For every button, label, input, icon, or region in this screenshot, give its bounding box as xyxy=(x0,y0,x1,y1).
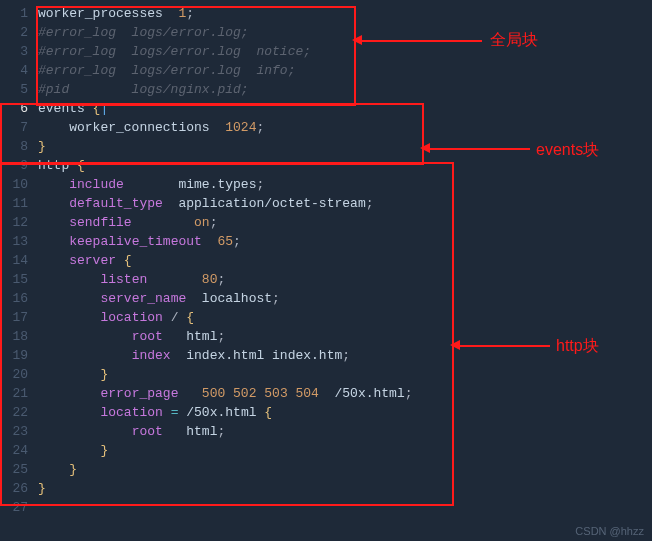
code-line[interactable]: 21 error_page 500 502 503 504 /50x.html; xyxy=(0,384,652,403)
line-number: 12 xyxy=(0,215,38,230)
code-line[interactable]: 26} xyxy=(0,479,652,498)
line-content: root html; xyxy=(38,424,225,439)
line-content: http { xyxy=(38,158,85,173)
line-number: 1 xyxy=(0,6,38,21)
line-number: 21 xyxy=(0,386,38,401)
line-number: 13 xyxy=(0,234,38,249)
code-line[interactable]: 20 } xyxy=(0,365,652,384)
line-number: 24 xyxy=(0,443,38,458)
line-number: 15 xyxy=(0,272,38,287)
line-number: 25 xyxy=(0,462,38,477)
code-line[interactable]: 5#pid logs/nginx.pid; xyxy=(0,80,652,99)
line-content: } xyxy=(38,443,108,458)
line-content: } xyxy=(38,139,46,154)
line-number: 18 xyxy=(0,329,38,344)
line-number: 11 xyxy=(0,196,38,211)
line-content: sendfile on; xyxy=(38,215,217,230)
code-line[interactable]: 27 xyxy=(0,498,652,517)
line-number: 5 xyxy=(0,82,38,97)
code-line[interactable]: 19 index index.html index.htm; xyxy=(0,346,652,365)
line-content: server { xyxy=(38,253,132,268)
code-line[interactable]: 3#error_log logs/error.log notice; xyxy=(0,42,652,61)
line-content: listen 80; xyxy=(38,272,225,287)
line-number: 16 xyxy=(0,291,38,306)
code-line[interactable]: 7 worker_connections 1024; xyxy=(0,118,652,137)
code-line[interactable]: 4#error_log logs/error.log info; xyxy=(0,61,652,80)
line-number: 7 xyxy=(0,120,38,135)
line-number: 2 xyxy=(0,25,38,40)
line-content: worker_processes 1; xyxy=(38,6,194,21)
code-line[interactable]: 17 location / { xyxy=(0,308,652,327)
code-line[interactable]: 16 server_name localhost; xyxy=(0,289,652,308)
code-line[interactable]: 13 keepalive_timeout 65; xyxy=(0,232,652,251)
line-content: error_page 500 502 503 504 /50x.html; xyxy=(38,386,413,401)
line-number: 3 xyxy=(0,44,38,59)
line-number: 8 xyxy=(0,139,38,154)
line-content: location / { xyxy=(38,310,194,325)
line-content: include mime.types; xyxy=(38,177,264,192)
line-number: 27 xyxy=(0,500,38,515)
code-line[interactable]: 22 location = /50x.html { xyxy=(0,403,652,422)
line-content: #error_log logs/error.log notice; xyxy=(38,44,311,59)
watermark: CSDN @hhzz xyxy=(575,525,644,537)
line-content: events {| xyxy=(38,101,108,116)
code-line[interactable]: 10 include mime.types; xyxy=(0,175,652,194)
line-number: 10 xyxy=(0,177,38,192)
line-number: 22 xyxy=(0,405,38,420)
line-content: worker_connections 1024; xyxy=(38,120,264,135)
code-line[interactable]: 1worker_processes 1; xyxy=(0,4,652,23)
line-content: root html; xyxy=(38,329,225,344)
code-line[interactable]: 2#error_log logs/error.log; xyxy=(0,23,652,42)
line-content: #error_log logs/error.log; xyxy=(38,25,249,40)
line-number: 14 xyxy=(0,253,38,268)
line-content: #error_log logs/error.log info; xyxy=(38,63,295,78)
line-number: 23 xyxy=(0,424,38,439)
code-editor[interactable]: 1worker_processes 1;2#error_log logs/err… xyxy=(0,0,652,541)
line-content: } xyxy=(38,481,46,496)
code-line[interactable]: 12 sendfile on; xyxy=(0,213,652,232)
line-number: 19 xyxy=(0,348,38,363)
code-line[interactable]: 14 server { xyxy=(0,251,652,270)
line-content: } xyxy=(38,462,77,477)
code-line[interactable]: 24 } xyxy=(0,441,652,460)
line-content: location = /50x.html { xyxy=(38,405,272,420)
code-line[interactable]: 8} xyxy=(0,137,652,156)
line-content: } xyxy=(38,367,108,382)
line-number: 9 xyxy=(0,158,38,173)
code-line[interactable]: 11 default_type application/octet-stream… xyxy=(0,194,652,213)
code-line[interactable]: 18 root html; xyxy=(0,327,652,346)
code-line[interactable]: 15 listen 80; xyxy=(0,270,652,289)
code-line[interactable]: 9http { xyxy=(0,156,652,175)
line-content: server_name localhost; xyxy=(38,291,280,306)
line-number: 26 xyxy=(0,481,38,496)
code-line[interactable]: 25 } xyxy=(0,460,652,479)
line-content: index index.html index.htm; xyxy=(38,348,350,363)
line-content: default_type application/octet-stream; xyxy=(38,196,374,211)
code-line[interactable]: 23 root html; xyxy=(0,422,652,441)
line-content: #pid logs/nginx.pid; xyxy=(38,82,249,97)
line-number: 4 xyxy=(0,63,38,78)
line-number: 17 xyxy=(0,310,38,325)
code-line[interactable]: 6events {| xyxy=(0,99,652,118)
line-number: 20 xyxy=(0,367,38,382)
line-content: keepalive_timeout 65; xyxy=(38,234,241,249)
line-number: 6 xyxy=(0,101,38,116)
